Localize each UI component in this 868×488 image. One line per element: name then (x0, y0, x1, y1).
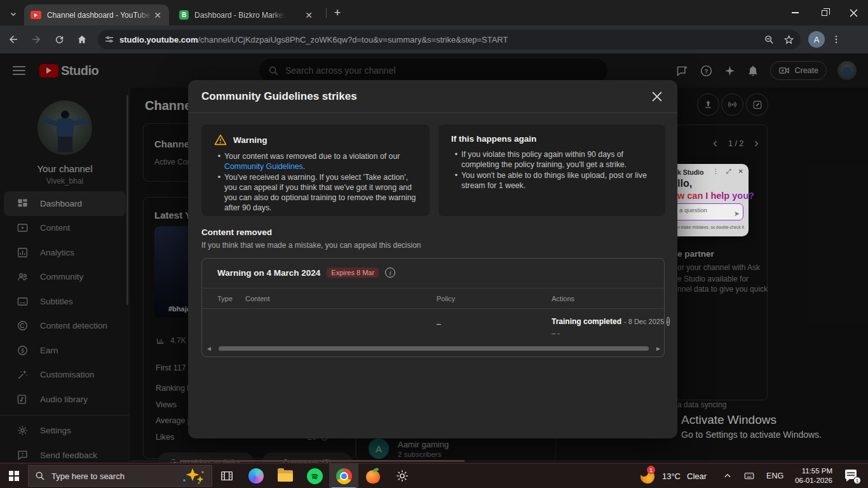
copilot-button[interactable] (241, 463, 271, 488)
search-icon (35, 471, 45, 481)
column-policy: Policy (437, 295, 455, 302)
start-button[interactable] (0, 463, 28, 488)
ask-hello-text: llo, (677, 178, 692, 189)
copilot-icon (248, 468, 264, 484)
fl-studio-icon (365, 468, 381, 484)
window-controls (780, 0, 868, 25)
ask-help-text: w can I help you? (677, 191, 754, 201)
warning-table-card: Warning on 4 March 2024 Expires 8 Mar i … (201, 258, 665, 357)
weather-temp[interactable]: 13°C (662, 471, 681, 481)
taskbar-search-input[interactable]: Type here to search (28, 465, 212, 487)
forward-button[interactable] (27, 30, 46, 49)
warning-bullet-1: • Your content was removed due to a viol… (214, 151, 417, 172)
warning-card-title: Warning (233, 135, 268, 145)
actions-cell: Training completed - 8 Dec 2025 i – - (552, 317, 663, 337)
scroll-right-icon[interactable]: ► (651, 345, 665, 352)
activate-windows-subtext: Go to Settings to activate Windows. (681, 430, 822, 440)
training-date: - 8 Dec 2025 (624, 318, 664, 325)
tab-close-icon[interactable]: ✕ (304, 10, 314, 21)
clock[interactable]: 11:55 PM 06-01-2026 (795, 466, 832, 485)
activate-windows-text: Activate Windows (681, 413, 776, 427)
ask-fine-print: n make mistakes, so double-check it. Lea… (677, 225, 746, 229)
popup-close-icon[interactable]: ✕ (738, 168, 743, 175)
community-guidelines-modal: Community Guidelines strikes Warning • Y… (188, 80, 677, 438)
home-button[interactable] (72, 30, 92, 49)
language-indicator[interactable]: ENG (766, 471, 783, 480)
reload-button[interactable] (50, 30, 69, 49)
bookmark-star-icon[interactable] (783, 34, 794, 45)
scroll-left-icon[interactable]: ◄ (202, 345, 216, 352)
modal-header: Community Guidelines strikes (188, 80, 677, 113)
window-restore-button[interactable] (810, 0, 839, 25)
info-icon[interactable]: i (667, 317, 670, 326)
zoom-out-icon[interactable] (764, 34, 775, 45)
url-text: studio.youtube.com/channel/UCjKdzpaiUgs8… (119, 35, 508, 44)
tab-bizkro-market[interactable]: B Dashboard - Bizkro Market ✕ (173, 4, 320, 25)
fl-studio-button[interactable] (358, 463, 388, 488)
chrome-button[interactable] (329, 463, 358, 488)
browser-profile-avatar[interactable]: A (808, 31, 825, 48)
policy-value: – (437, 320, 441, 329)
clock-date: 06-01-2026 (795, 476, 832, 485)
bizkro-favicon-icon: B (179, 10, 189, 20)
popup-expand-icon[interactable]: ⤢ (726, 168, 731, 175)
task-view-button[interactable] (212, 463, 241, 488)
site-info-icon[interactable] (104, 34, 114, 44)
url-bar[interactable]: studio.youtube.com/channel/UCjKdzpaiUgs8… (98, 30, 801, 50)
tab-close-icon[interactable]: ✕ (153, 10, 163, 21)
tab-title: Channel dashboard - YouTube S (47, 11, 152, 20)
ask-placeholder: a question (679, 207, 707, 214)
content-removed-subtitle: If you think that we made a mistake, you… (201, 241, 421, 250)
info-icon[interactable]: i (385, 268, 395, 278)
warning-date-title: Warning on 4 March 2024 (217, 268, 320, 278)
if-this-happens-again-card: If this happens again •If you violate th… (438, 125, 665, 216)
expires-badge: Expires 8 Mar (327, 268, 379, 278)
modal-title: Community Guidelines strikes (201, 90, 357, 103)
table-divider (202, 308, 665, 309)
windows-taskbar: Type here to search (0, 463, 868, 488)
tab-title: Dashboard - Bizkro Market (194, 11, 285, 20)
popup-menu-icon[interactable]: ⋮ (713, 168, 719, 175)
file-explorer-icon (278, 470, 293, 482)
notification-center-icon[interactable]: 1 (845, 470, 859, 482)
training-completed-text: Training completed (552, 317, 621, 326)
table-scrollbar-thumb[interactable] (219, 346, 649, 351)
youtube-favicon-icon (31, 11, 41, 19)
warning-card: Warning • Your content was removed due t… (201, 125, 430, 216)
modal-close-icon[interactable] (649, 89, 665, 104)
spotify-icon (307, 468, 323, 484)
notification-badge: 1 (853, 477, 861, 484)
window-minimize-button[interactable] (780, 0, 810, 25)
actions-sub-value: – - (552, 329, 663, 337)
table-scrollbar[interactable]: ◄ ► (202, 344, 665, 353)
back-button[interactable] (4, 30, 23, 49)
weather-badge: 1 (647, 466, 655, 474)
file-explorer-button[interactable] (271, 463, 300, 488)
weather-desc[interactable]: Clear (687, 471, 707, 481)
clock-time: 11:55 PM (795, 466, 832, 476)
send-icon[interactable]: ➤ (734, 210, 740, 218)
content-removed-title: Content removed (201, 227, 272, 237)
taskbar-search-placeholder: Type here to search (51, 471, 173, 481)
touch-keyboard-icon[interactable] (743, 470, 755, 482)
table-divider (202, 288, 665, 288)
new-tab-button[interactable]: + (330, 6, 344, 20)
column-actions: Actions (552, 295, 574, 302)
browser-menu-icon[interactable] (831, 34, 841, 44)
warning-bullet-2: • You've received a warning. If you sele… (214, 172, 417, 213)
tab-search-chevron-icon[interactable] (5, 6, 22, 22)
tab-channel-dashboard[interactable]: Channel dashboard - YouTube S ✕ (24, 4, 169, 25)
settings-button[interactable] (388, 463, 417, 488)
again-bullet-1: •If you violate this policy again within… (451, 149, 653, 170)
screen: Channel dashboard - YouTube S ✕ B Dashbo… (0, 0, 868, 488)
community-guidelines-link[interactable]: Community Guidelines (224, 162, 303, 171)
browser-toolbar: studio.youtube.com/channel/UCjKdzpaiUgs8… (0, 25, 868, 53)
window-close-button[interactable] (839, 0, 868, 25)
chrome-icon (336, 468, 352, 484)
task-view-icon (220, 469, 234, 483)
weather-widget-icon[interactable]: 1 (639, 467, 657, 485)
column-type: Type (217, 295, 233, 302)
copilot-sparkle-icon (180, 468, 205, 484)
spotify-button[interactable] (300, 463, 329, 488)
tray-expand-chevron-icon[interactable] (723, 471, 732, 480)
